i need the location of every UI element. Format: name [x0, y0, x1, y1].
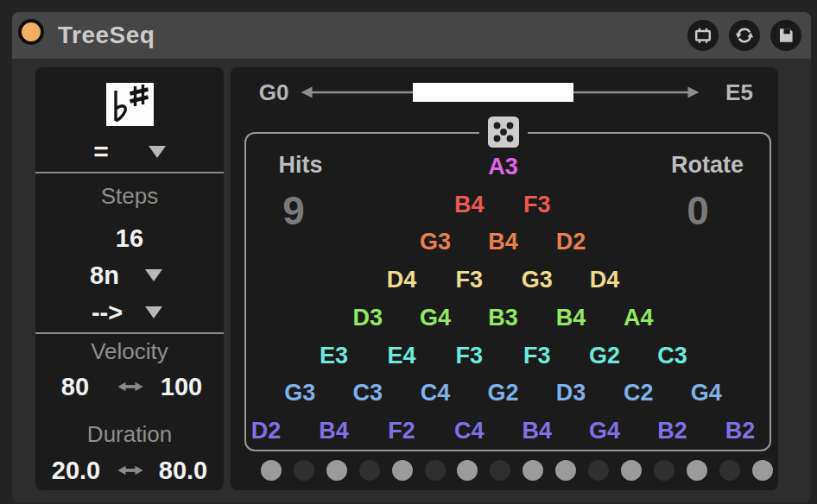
step-dot-on[interactable]: [522, 460, 543, 481]
step-dot-off[interactable]: [654, 460, 674, 481]
step-dot-on[interactable]: [555, 460, 576, 481]
duration-max-value[interactable]: 80.0: [159, 457, 207, 485]
device-led[interactable]: [18, 19, 44, 45]
float-window-button[interactable]: [687, 20, 719, 51]
velocity-range-arrow-icon: [117, 380, 143, 394]
velocity-min-value[interactable]: 80: [61, 373, 89, 401]
step-dot-off[interactable]: [359, 460, 380, 481]
sequencer-panel: G0 E5 Hits 9 Rotate 0 A3B4F3G3B4D2D4F3G3…: [231, 67, 778, 490]
sharp-icon: [130, 85, 149, 106]
step-dot-on[interactable]: [261, 460, 282, 481]
scale-select-value[interactable]: =: [93, 137, 109, 167]
settings-panel: = Steps 16 8n --> Velocity 80 100 Durati…: [35, 67, 224, 490]
step-dot-off[interactable]: [588, 460, 609, 481]
duration-min-value[interactable]: 20.0: [52, 457, 100, 485]
direction-dropdown-icon[interactable]: [145, 306, 162, 318]
step-sequence: [231, 67, 778, 490]
device-title: TreeSeq: [58, 22, 155, 49]
step-dot-off[interactable]: [490, 460, 510, 481]
divider: [35, 172, 224, 173]
save-icon: [776, 25, 796, 46]
step-dot-off[interactable]: [425, 460, 446, 481]
step-dot-on[interactable]: [392, 460, 413, 481]
duration-label: Duration: [87, 421, 172, 448]
division-dropdown-icon[interactable]: [145, 269, 162, 281]
step-dot-off[interactable]: [719, 460, 740, 481]
key-signature-button[interactable]: [106, 83, 154, 126]
step-dot-on[interactable]: [457, 460, 478, 481]
step-dot-on[interactable]: [687, 460, 707, 481]
steps-count-value[interactable]: 16: [116, 224, 143, 253]
save-button[interactable]: [770, 20, 801, 51]
sync-button[interactable]: [729, 20, 760, 51]
divider: [35, 332, 224, 334]
title-bar: TreeSeq: [12, 12, 811, 59]
device-window: TreeSeq: [12, 12, 811, 502]
scale-select-dropdown-icon[interactable]: [149, 146, 166, 158]
velocity-label: Velocity: [91, 338, 168, 365]
division-value[interactable]: 8n: [90, 261, 119, 290]
sync-icon: [734, 25, 755, 46]
step-dot-on[interactable]: [326, 460, 347, 481]
step-dot-off[interactable]: [294, 460, 314, 481]
step-dot-on[interactable]: [621, 460, 642, 481]
velocity-max-value[interactable]: 100: [161, 373, 202, 401]
float-window-icon: [693, 25, 713, 46]
direction-value[interactable]: -->: [92, 299, 123, 327]
steps-label: Steps: [101, 183, 159, 210]
duration-range-arrow-icon: [117, 463, 143, 477]
flat-icon: [116, 91, 125, 121]
step-dot-on[interactable]: [752, 460, 773, 481]
